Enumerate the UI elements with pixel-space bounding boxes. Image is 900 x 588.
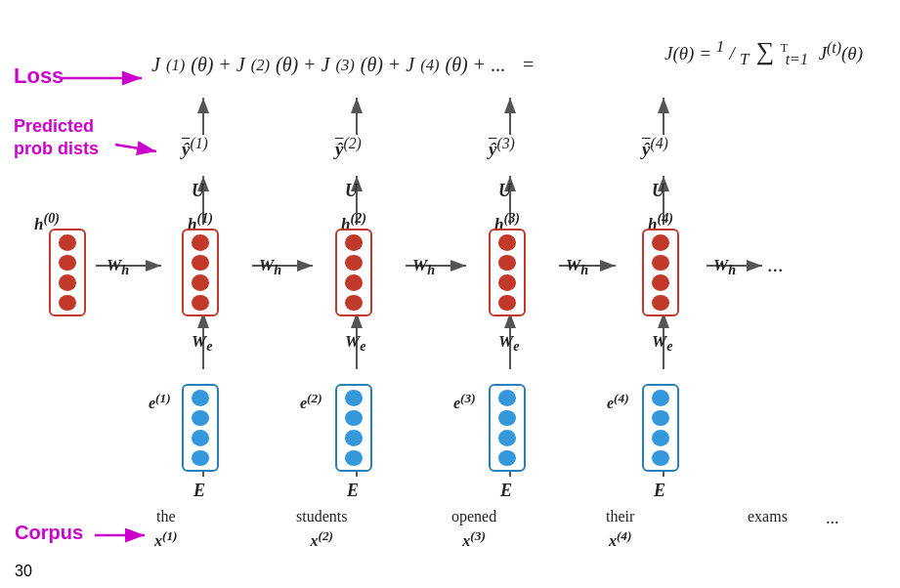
Wh3-label: Wh <box>412 256 435 278</box>
U3-label: U <box>498 181 511 201</box>
E3-label: E <box>500 481 512 501</box>
h0-box <box>49 229 86 316</box>
U4-label: U <box>652 181 664 201</box>
e3-label: e(3) <box>453 391 476 412</box>
e4-box <box>642 384 679 472</box>
word-dots: ... <box>826 508 839 528</box>
h3-box <box>489 229 526 316</box>
corpus-label: Corpus <box>15 522 83 544</box>
loss-row: J(1)(θ) + J(2)(θ) + J(3)(θ) + J(4)(θ) + … <box>151 54 534 76</box>
Wh5-label: Wh <box>713 256 736 278</box>
word1: the x(1) <box>154 508 178 550</box>
Wh2-label: Wh <box>259 256 281 278</box>
word3: opened x(3) <box>451 508 496 550</box>
word2: students x(2) <box>296 508 347 550</box>
h4-box <box>642 229 679 316</box>
word4: their x(4) <box>606 508 634 550</box>
yhat3-label: ŷ(3) <box>489 135 515 160</box>
diagram-container: Loss J(1)(θ) + J(2)(θ) + J(3)(θ) + J(4)(… <box>0 0 900 588</box>
yhat2-label: ŷ(2) <box>335 135 362 160</box>
j-formula: J(θ) = 1 / T ∑ T t=1 J(t)(θ) <box>664 37 863 69</box>
e2-box <box>335 384 372 472</box>
e4-label: e(4) <box>607 391 629 412</box>
predicted-label: Predicted prob dists <box>14 115 99 161</box>
E1-label: E <box>193 481 205 501</box>
h1-box <box>182 229 219 316</box>
yhat4-label: ŷ(4) <box>642 135 668 160</box>
We2-label: We <box>345 332 365 355</box>
svg-line-24 <box>115 145 156 151</box>
h2-box <box>335 229 372 316</box>
e1-box <box>182 384 219 472</box>
E2-label: E <box>347 481 359 501</box>
word5: exams <box>748 508 788 525</box>
Wh4-label: Wh <box>566 256 588 278</box>
We1-label: We <box>192 332 212 355</box>
yhat1-label: ŷ(1) <box>182 135 208 160</box>
U2-label: U <box>345 181 358 201</box>
e3-box <box>489 384 526 472</box>
e2-label: e(2) <box>300 391 322 412</box>
Wh1-label: Wh <box>107 256 129 278</box>
U1-label: U <box>192 181 204 201</box>
We4-label: We <box>652 332 672 355</box>
e1-label: e(1) <box>149 391 171 412</box>
h-dots: ... <box>767 252 784 277</box>
diagram-svg <box>0 0 900 588</box>
loss-label: Loss <box>14 63 64 89</box>
We3-label: We <box>498 332 519 355</box>
E4-label: E <box>654 481 665 501</box>
page-number: 30 <box>15 563 32 580</box>
